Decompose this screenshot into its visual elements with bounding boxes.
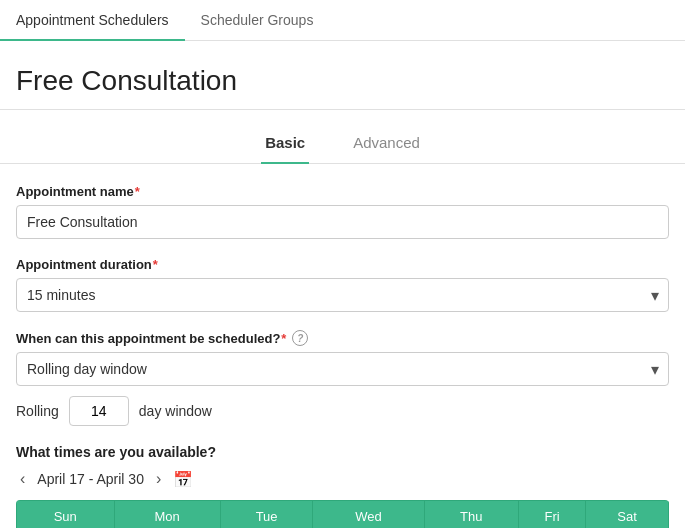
cal-prev-button[interactable]: ‹ xyxy=(16,468,29,490)
schedule-select[interactable]: Rolling day windowFixed date range xyxy=(16,352,669,386)
schedule-label: When can this appointment be scheduled?* xyxy=(16,331,286,346)
calendar-nav: ‹ April 17 - April 30 › 📅 xyxy=(16,468,669,490)
appointment-name-label: Appointment name* xyxy=(16,184,669,199)
tab-appointment-schedulers[interactable]: Appointment Schedulers xyxy=(0,0,185,40)
form-area: Appointment name* Appointment duration* … xyxy=(0,184,685,528)
rolling-row: Rolling day window xyxy=(16,396,669,426)
schedule-group: When can this appointment be scheduled?*… xyxy=(16,330,669,426)
rolling-suffix: day window xyxy=(139,403,212,419)
sub-tabs: Basic Advanced xyxy=(0,110,685,164)
required-marker-2: * xyxy=(153,257,158,272)
schedule-label-row: When can this appointment be scheduled?*… xyxy=(16,330,669,346)
required-marker: * xyxy=(135,184,140,199)
appointment-duration-label: Appointment duration* xyxy=(16,257,669,272)
schedule-help-icon[interactable]: ? xyxy=(292,330,308,346)
top-tabs: Appointment Schedulers Scheduler Groups xyxy=(0,0,685,41)
appointment-duration-select[interactable]: 15 minutes xyxy=(16,278,669,312)
calendar-grid: Sun Mon Tue Wed Thu Fri Sat 17 18 19 20 … xyxy=(16,500,669,528)
cal-header-fri: Fri xyxy=(519,501,586,529)
rolling-label: Rolling xyxy=(16,403,59,419)
cal-header-mon: Mon xyxy=(114,501,220,529)
tab-advanced[interactable]: Advanced xyxy=(349,126,424,163)
page-title: Free Consultation xyxy=(0,41,685,110)
cal-next-button[interactable]: › xyxy=(152,468,165,490)
tab-basic[interactable]: Basic xyxy=(261,126,309,163)
appointment-name-input[interactable] xyxy=(16,205,669,239)
cal-header-wed: Wed xyxy=(313,501,424,529)
required-marker-3: * xyxy=(281,331,286,346)
rolling-days-input[interactable] xyxy=(69,396,129,426)
appointment-name-group: Appointment name* xyxy=(16,184,669,239)
calendar-header-row: Sun Mon Tue Wed Thu Fri Sat xyxy=(17,501,669,529)
cal-header-sun: Sun xyxy=(17,501,115,529)
tab-scheduler-groups[interactable]: Scheduler Groups xyxy=(185,0,330,40)
cal-range-label: April 17 - April 30 xyxy=(37,471,144,487)
schedule-select-wrapper: Rolling day windowFixed date range ▾ xyxy=(16,352,669,386)
cal-header-tue: Tue xyxy=(220,501,313,529)
times-group: What times are you available? ‹ April 17… xyxy=(16,444,669,528)
cal-header-thu: Thu xyxy=(424,501,519,529)
cal-header-sat: Sat xyxy=(586,501,669,529)
duration-select-wrapper: 15 minutes ▾ xyxy=(16,278,669,312)
times-label: What times are you available? xyxy=(16,444,669,460)
appointment-duration-group: Appointment duration* 15 minutes ▾ xyxy=(16,257,669,312)
calendar-icon[interactable]: 📅 xyxy=(173,470,193,489)
